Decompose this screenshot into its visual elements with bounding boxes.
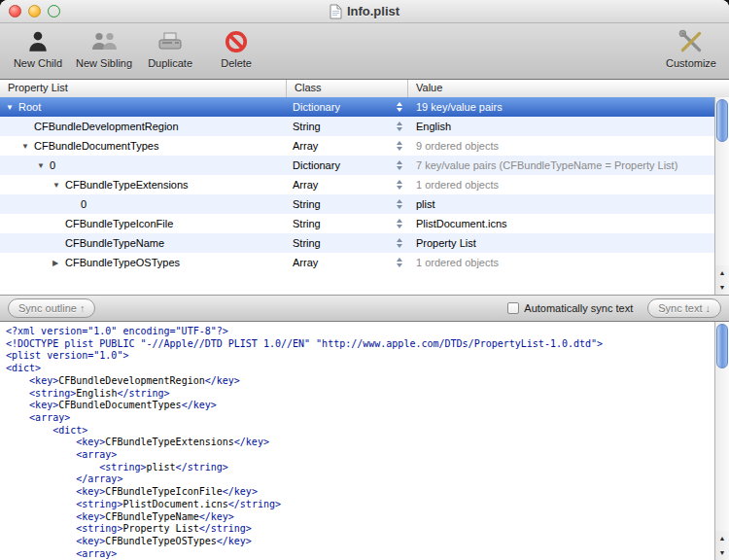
row-class-label: String bbox=[293, 237, 321, 249]
row-class-popup[interactable]: Array bbox=[287, 253, 408, 272]
delete-button[interactable]: Delete bbox=[208, 27, 264, 69]
row-class-popup[interactable]: Dictionary bbox=[287, 97, 408, 117]
minimize-button[interactable] bbox=[28, 5, 41, 18]
row-key-label: CFBundleTypeIconFile bbox=[65, 218, 173, 229]
disclosure-triangle-icon[interactable]: ▶ bbox=[52, 259, 65, 267]
new-child-button[interactable]: New Child bbox=[10, 27, 66, 69]
row-value[interactable]: 9 ordered objects bbox=[408, 136, 714, 156]
row-class-popup[interactable]: String bbox=[287, 117, 408, 136]
outline-scrollbar[interactable]: ▲ ▼ bbox=[714, 97, 729, 295]
row-value[interactable]: PlistDocument.icns bbox=[408, 214, 714, 233]
table-row[interactable]: ▼CFBundleTypeExtensionsArray1 ordered ob… bbox=[0, 175, 714, 194]
delete-label: Delete bbox=[221, 57, 252, 69]
titlebar[interactable]: Info.plist bbox=[0, 0, 729, 23]
row-value[interactable]: 7 key/value pairs (CFBundleTypeName = Pr… bbox=[408, 156, 714, 175]
duplicate-button[interactable]: Duplicate bbox=[142, 27, 198, 69]
sync-text-button[interactable]: Sync text ↓ bbox=[647, 298, 721, 318]
row-value[interactable]: Property List bbox=[408, 233, 714, 253]
row-key-label: Root bbox=[18, 101, 41, 113]
new-sibling-button[interactable]: New Sibling bbox=[76, 27, 132, 69]
scroll-down-arrow-icon[interactable]: ▼ bbox=[715, 280, 729, 295]
row-key-label: CFBundleTypeOSTypes bbox=[65, 257, 180, 268]
row-class-popup[interactable]: Array bbox=[287, 175, 408, 194]
new-sibling-people-icon bbox=[89, 27, 119, 56]
table-row[interactable]: ▶CFBundleTypeOSTypesArray1 ordered objec… bbox=[0, 253, 714, 272]
popup-arrows-icon bbox=[397, 102, 402, 112]
popup-arrows-icon bbox=[397, 219, 402, 228]
plist-editor-window: Info.plist New Child New Sibling Duplica… bbox=[0, 0, 729, 560]
row-value[interactable]: 1 ordered objects bbox=[408, 253, 714, 272]
row-class-label: String bbox=[293, 218, 321, 229]
duplicate-label: Duplicate bbox=[148, 57, 192, 69]
disclosure-triangle-icon[interactable]: ▼ bbox=[37, 161, 50, 170]
scroll-up-arrow-icon[interactable]: ▲ bbox=[715, 531, 729, 545]
disclosure-triangle-icon[interactable]: ▼ bbox=[21, 142, 34, 151]
duplicate-copier-icon bbox=[156, 27, 184, 56]
column-header-class[interactable]: Class bbox=[287, 80, 408, 97]
row-key-label: CFBundleTypeExtensions bbox=[65, 179, 189, 191]
outline-scrollbar-thumb[interactable] bbox=[716, 99, 728, 142]
row-class-label: String bbox=[293, 121, 321, 132]
popup-arrows-icon bbox=[397, 160, 402, 170]
sync-bar: Sync outline ↑ Automatically sync text S… bbox=[0, 295, 729, 322]
row-class-label: Array bbox=[293, 179, 318, 191]
row-value[interactable]: plist bbox=[408, 194, 714, 214]
new-sibling-label: New Sibling bbox=[76, 57, 132, 69]
row-class-label: Array bbox=[293, 257, 318, 268]
row-class-popup[interactable]: Dictionary bbox=[287, 156, 408, 175]
row-key-label: 0 bbox=[50, 159, 55, 171]
auto-sync-checkbox[interactable] bbox=[507, 302, 519, 314]
outline-rows: ▼RootDictionary19 key/value pairsCFBundl… bbox=[0, 97, 714, 295]
scroll-up-arrow-icon[interactable]: ▲ bbox=[715, 265, 729, 280]
column-header-property-list[interactable]: Property List bbox=[0, 80, 287, 97]
column-header: Property List Class Value bbox=[0, 80, 729, 98]
disclosure-triangle-icon[interactable]: ▼ bbox=[52, 181, 65, 190]
delete-prohibited-icon bbox=[224, 27, 249, 56]
table-row[interactable]: CFBundleTypeIconFileStringPlistDocument.… bbox=[0, 214, 714, 233]
table-row[interactable]: ▼RootDictionary19 key/value pairs bbox=[0, 97, 714, 117]
row-class-label: String bbox=[293, 198, 321, 210]
scroll-down-arrow-icon[interactable]: ▼ bbox=[715, 545, 729, 560]
source-scrollbar-thumb[interactable] bbox=[716, 324, 728, 368]
disclosure-triangle-icon[interactable]: ▼ bbox=[6, 103, 18, 112]
zoom-button[interactable] bbox=[48, 5, 60, 18]
customize-button[interactable]: Customize bbox=[663, 27, 719, 69]
row-class-label: Array bbox=[293, 140, 318, 152]
table-row[interactable]: ▼CFBundleDocumentTypesArray9 ordered obj… bbox=[0, 136, 714, 156]
row-class-popup[interactable]: String bbox=[287, 194, 408, 214]
row-class-popup[interactable]: String bbox=[287, 214, 408, 233]
row-key-label: CFBundleDevelopmentRegion bbox=[34, 121, 179, 132]
row-class-popup[interactable]: String bbox=[287, 233, 408, 253]
popup-arrows-icon bbox=[397, 141, 402, 151]
new-child-person-icon bbox=[25, 27, 51, 56]
window-title: Info.plist bbox=[347, 4, 399, 18]
popup-arrows-icon bbox=[397, 258, 402, 267]
row-class-label: Dictionary bbox=[293, 159, 340, 171]
row-class-popup[interactable]: Array bbox=[287, 136, 408, 156]
row-value[interactable]: English bbox=[408, 117, 714, 136]
customize-tools-icon bbox=[677, 27, 705, 56]
auto-sync-label: Automatically sync text bbox=[524, 302, 633, 314]
row-value[interactable]: 1 ordered objects bbox=[408, 175, 714, 194]
column-header-value[interactable]: Value bbox=[408, 80, 729, 97]
sync-outline-button[interactable]: Sync outline ↑ bbox=[8, 298, 95, 318]
xml-source[interactable]: <?xml version="1.0" encoding="UTF-8"?><!… bbox=[0, 322, 714, 560]
row-class-label: Dictionary bbox=[293, 101, 340, 113]
popup-arrows-icon bbox=[397, 238, 402, 248]
customize-label: Customize bbox=[666, 57, 716, 69]
toolbar: New Child New Sibling Duplicate Delete bbox=[0, 23, 729, 80]
new-child-label: New Child bbox=[14, 57, 62, 69]
row-key-label: CFBundleDocumentTypes bbox=[34, 140, 158, 152]
document-icon bbox=[330, 4, 342, 19]
popup-arrows-icon bbox=[397, 180, 402, 190]
table-row[interactable]: 0Stringplist bbox=[0, 194, 714, 214]
source-scrollbar[interactable]: ▲ ▼ bbox=[714, 322, 729, 560]
table-row[interactable]: CFBundleDevelopmentRegionStringEnglish bbox=[0, 117, 714, 136]
row-key-label: 0 bbox=[81, 198, 87, 210]
row-value[interactable]: 19 key/value pairs bbox=[408, 97, 714, 117]
popup-arrows-icon bbox=[397, 199, 402, 209]
table-row[interactable]: ▼0Dictionary7 key/value pairs (CFBundleT… bbox=[0, 156, 714, 175]
popup-arrows-icon bbox=[397, 122, 402, 131]
table-row[interactable]: CFBundleTypeNameStringProperty List bbox=[0, 233, 714, 253]
close-button[interactable] bbox=[9, 5, 21, 18]
